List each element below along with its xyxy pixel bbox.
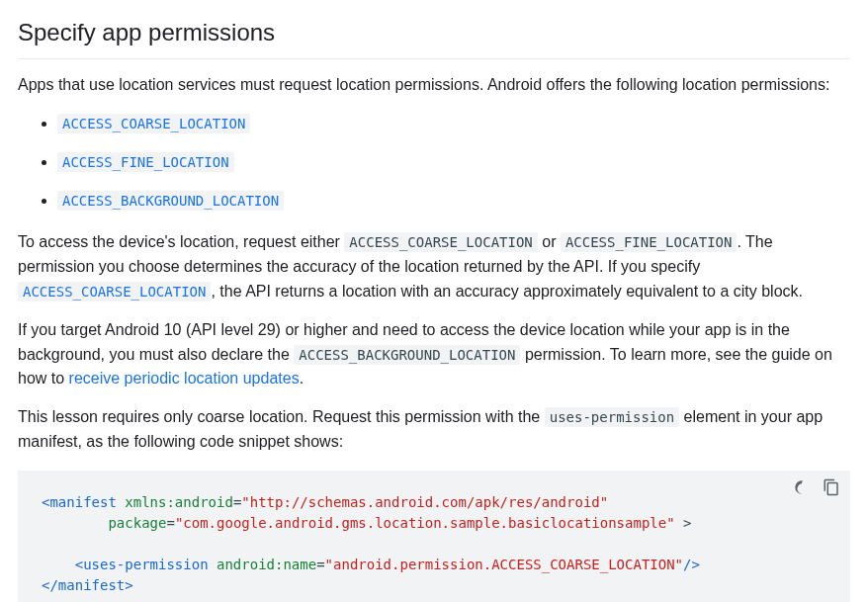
text: , the API returns a location with an acc… <box>211 283 803 300</box>
inline-code: ACCESS_BACKGROUND_LOCATION <box>294 345 520 365</box>
permission-link-background[interactable]: ACCESS_BACKGROUND_LOCATION <box>57 192 284 209</box>
permission-code: ACCESS_COARSE_LOCATION <box>57 114 250 133</box>
text: . <box>300 370 304 387</box>
paragraph-background: If you target Android 10 (API level 29) … <box>18 318 850 391</box>
paragraph-manifest: This lesson requires only coarse locatio… <box>18 405 850 455</box>
inline-code-link[interactable]: ACCESS_COARSE_LOCATION <box>18 283 211 300</box>
list-item: ACCESS_BACKGROUND_LOCATION <box>57 189 850 214</box>
periodic-updates-link[interactable]: receive periodic location updates <box>69 370 300 387</box>
intro-paragraph: Apps that use location services must req… <box>18 73 850 98</box>
permissions-list: ACCESS_COARSE_LOCATION ACCESS_FINE_LOCAT… <box>18 112 850 213</box>
text: This lesson requires only coarse locatio… <box>18 408 545 425</box>
theme-toggle-icon[interactable] <box>793 478 811 496</box>
permission-code: ACCESS_BACKGROUND_LOCATION <box>57 191 284 211</box>
list-item: ACCESS_COARSE_LOCATION <box>57 112 850 136</box>
list-item: ACCESS_FINE_LOCATION <box>57 150 850 175</box>
code-toolbar <box>793 478 840 496</box>
permission-link-coarse[interactable]: ACCESS_COARSE_LOCATION <box>57 115 250 131</box>
permission-link-fine[interactable]: ACCESS_FINE_LOCATION <box>57 153 234 170</box>
text: or <box>538 233 561 250</box>
permission-code: ACCESS_FINE_LOCATION <box>57 152 234 172</box>
inline-code: ACCESS_COARSE_LOCATION <box>344 232 537 252</box>
inline-code: uses-permission <box>545 407 679 427</box>
text: To access the device's location, request… <box>18 233 344 250</box>
section-title: Specify app permissions <box>18 14 850 59</box>
paragraph-accuracy: To access the device's location, request… <box>18 230 850 303</box>
inline-code: ACCESS_COARSE_LOCATION <box>18 282 211 301</box>
code-block: <manifest xmlns:android="http://schemas.… <box>18 471 850 602</box>
code-snippet: <manifest xmlns:android="http://schemas.… <box>42 492 826 596</box>
copy-icon[interactable] <box>823 478 840 496</box>
inline-code: ACCESS_FINE_LOCATION <box>561 232 738 252</box>
